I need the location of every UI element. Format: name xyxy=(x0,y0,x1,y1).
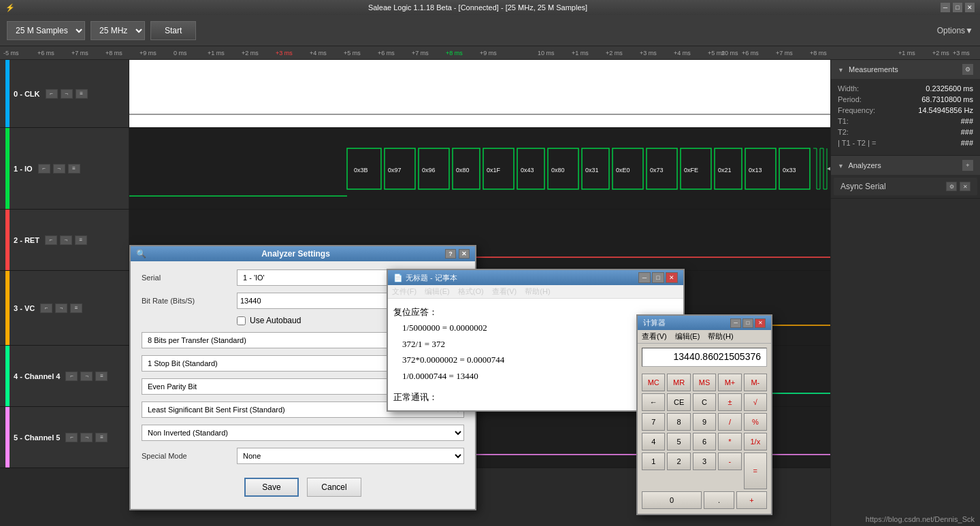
calc-btn-ce[interactable]: CE xyxy=(667,393,690,411)
calc-btn-mr[interactable]: MR xyxy=(667,374,690,391)
dialog-special-label: Special Mode xyxy=(142,452,237,460)
calc-menu-view[interactable]: 查看(V) xyxy=(642,331,667,342)
ch-icon-3-vc[interactable]: ≡ xyxy=(70,303,82,313)
notepad-menu-view[interactable]: 查看(V) xyxy=(492,286,517,297)
dialog-save-button[interactable]: Save xyxy=(244,478,299,497)
calc-btn-mul[interactable]: * xyxy=(718,433,741,450)
tick-22: +8 ms xyxy=(810,50,827,56)
calc-btn-7[interactable]: 7 xyxy=(642,413,665,431)
calc-btn-9[interactable]: 9 xyxy=(693,413,716,431)
notepad-menubar: 文件(F) 编辑(E) 格式(O) 查看(V) 帮助(H) xyxy=(388,285,683,299)
notepad-menu-format[interactable]: 格式(O) xyxy=(458,286,484,297)
calc-minimize[interactable]: ─ xyxy=(730,318,741,328)
calc-btn-ms[interactable]: MS xyxy=(693,374,716,391)
ch-icon-3-5[interactable]: ≡ xyxy=(95,433,108,442)
ch-icon-1-4[interactable]: ⌐ xyxy=(65,372,78,381)
analyzer-settings-btn[interactable]: ⚙ xyxy=(946,182,957,191)
ch-icon-3-4[interactable]: ≡ xyxy=(95,372,108,381)
calc-btn-mplus[interactable]: M+ xyxy=(718,374,741,391)
ch-icon-2-vc[interactable]: ¬ xyxy=(55,303,67,313)
notepad-minimize[interactable]: ─ xyxy=(638,272,651,283)
measurements-section: ▼ Measurements ⚙ Width: 0.2325600 ms Per… xyxy=(831,60,980,156)
channel-wave-clk[interactable] xyxy=(129,60,830,127)
dialog-special-select[interactable]: None MDB MP Mode xyxy=(237,448,464,464)
channel-wave-io[interactable]: 0x3B 0x97 0x96 0x80 0x1F 0x43 0x80 0x31 … xyxy=(129,128,830,209)
ch-icon-2-clk[interactable]: ¬ xyxy=(61,89,73,99)
ch-icon-2-4[interactable]: ¬ xyxy=(80,372,93,381)
tick-12: +7 ms xyxy=(412,50,429,56)
calc-btn-0[interactable]: 0 xyxy=(642,491,702,509)
dialog-cancel-button[interactable]: Cancel xyxy=(307,478,361,497)
tick-20ms: 20 ms xyxy=(721,50,738,56)
ch-icon-3-clk[interactable]: ≡ xyxy=(76,89,88,99)
calc-btn-2[interactable]: 2 xyxy=(667,453,690,470)
notepad-menu-edit[interactable]: 编辑(E) xyxy=(425,286,450,297)
calc-btn-5[interactable]: 5 xyxy=(667,433,690,450)
channel-label-4: 4 - Channel 4 ⌐ ¬ ≡ xyxy=(0,346,129,406)
calc-btn-back[interactable]: ← xyxy=(642,393,665,411)
channel-row-clk: 0 - CLK ⌐ ¬ ≡ xyxy=(0,60,830,128)
ch-icon-1-clk[interactable]: ⌐ xyxy=(46,89,58,99)
start-button[interactable]: Start xyxy=(150,21,196,40)
ch-icon-2-ret[interactable]: ¬ xyxy=(60,235,72,245)
options-button[interactable]: Options▼ xyxy=(937,26,973,35)
tick-23: +1 ms xyxy=(898,50,915,56)
tick-6: +1 ms xyxy=(208,50,225,56)
analyzer-name-async: Async Serial xyxy=(840,182,886,191)
calc-btn-plus[interactable]: + xyxy=(736,491,767,509)
notepad-menu-help[interactable]: 帮助(H) xyxy=(525,286,550,297)
tick-24: +2 ms xyxy=(932,50,949,56)
ch-icon-3-io[interactable]: ≡ xyxy=(68,164,80,174)
calc-btn-dot[interactable]: . xyxy=(704,491,734,509)
calc-btn-8[interactable]: 8 xyxy=(667,413,690,431)
measurements-header: ▼ Measurements ⚙ xyxy=(831,60,980,79)
frequency-select[interactable]: 25 MHz xyxy=(91,21,145,40)
ch-icon-1-io[interactable]: ⌐ xyxy=(38,164,50,174)
dialog-autobaud-checkbox[interactable] xyxy=(237,316,246,325)
calc-btn-1[interactable]: 1 xyxy=(642,453,665,470)
ch-icon-2-5[interactable]: ¬ xyxy=(80,433,93,442)
tick-18: +4 ms xyxy=(674,50,691,56)
ch-icon-2-io[interactable]: ¬ xyxy=(53,164,65,174)
calc-btn-c[interactable]: C xyxy=(693,393,716,411)
ch-icon-3-ret[interactable]: ≡ xyxy=(75,235,87,245)
maximize-button[interactable]: □ xyxy=(953,3,962,12)
calc-btn-sqrt[interactable]: √ xyxy=(744,393,767,411)
calc-btn-minus[interactable]: - xyxy=(718,453,741,470)
tick-4: +8 ms xyxy=(105,50,122,56)
ch-icon-1-5[interactable]: ⌐ xyxy=(65,433,78,442)
measurements-gear[interactable]: ⚙ xyxy=(962,64,973,75)
meas-t1-label: T1: xyxy=(838,117,849,125)
calc-btn-plusminus[interactable]: ± xyxy=(718,393,741,411)
calc-btn-div[interactable]: / xyxy=(718,413,741,431)
calc-close[interactable]: ✕ xyxy=(755,318,766,328)
meas-t2-label: T2: xyxy=(838,128,849,136)
calc-btn-3[interactable]: 3 xyxy=(693,453,716,470)
calc-btn-mminus[interactable]: M- xyxy=(744,374,767,391)
calc-btn-mc[interactable]: MC xyxy=(642,374,665,391)
notepad-close[interactable]: ✕ xyxy=(666,272,678,283)
notepad-maximize[interactable]: □ xyxy=(652,272,664,283)
analyzer-delete-btn[interactable]: ✕ xyxy=(960,182,970,191)
calc-btn-equals[interactable]: = xyxy=(744,453,767,489)
dialog-inversion-select[interactable]: Non Inverted (Standard) Inverted xyxy=(142,425,464,441)
tick-center: 0 ms xyxy=(174,50,187,56)
close-button[interactable]: ✕ xyxy=(965,3,975,12)
calc-btn-recip[interactable]: 1/x xyxy=(744,433,767,450)
ch-icon-1-vc[interactable]: ⌐ xyxy=(40,303,52,313)
analyzer-dialog-help[interactable]: ? xyxy=(445,249,456,259)
ch-icon-1-ret[interactable]: ⌐ xyxy=(45,235,57,245)
analyzers-add-button[interactable]: + xyxy=(962,160,973,171)
calc-btn-4[interactable]: 4 xyxy=(642,433,665,450)
calc-row-456: 4 5 6 * 1/x xyxy=(642,433,767,450)
calc-btn-6[interactable]: 6 xyxy=(693,433,716,450)
calc-menu-help[interactable]: 帮助(H) xyxy=(708,331,733,342)
calc-btn-pct[interactable]: % xyxy=(744,413,767,431)
minimize-button[interactable]: ─ xyxy=(941,3,950,12)
samples-select[interactable]: 25 M Samples xyxy=(7,21,85,40)
calc-maximize[interactable]: □ xyxy=(742,318,753,328)
analyzer-dialog-close[interactable]: ✕ xyxy=(459,249,470,259)
notepad-menu-file[interactable]: 文件(F) xyxy=(392,286,416,297)
calc-menu-edit[interactable]: 编辑(E) xyxy=(675,331,700,342)
svg-text:0xFE: 0xFE xyxy=(684,167,698,174)
